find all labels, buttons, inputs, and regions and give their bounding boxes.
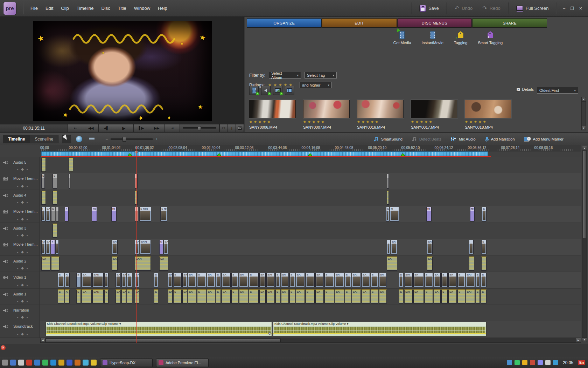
timeline-clip[interactable]: S	[371, 289, 378, 304]
timeline-clip[interactable]: SA	[207, 273, 215, 287]
timeline-clip[interactable]: SA	[222, 289, 231, 304]
quick-launch-icon-2[interactable]	[10, 360, 16, 366]
split-clip-button[interactable]: ✂	[219, 124, 227, 132]
timeline-clip[interactable]: SA	[315, 289, 324, 304]
notification-icon[interactable]: ✕	[1, 345, 6, 350]
hscroll-thumb[interactable]	[46, 339, 281, 342]
keyframe-nav[interactable]: ◂ ◆ ▸	[17, 217, 29, 221]
select-tag-dropdown[interactable]: Select Tag▾	[304, 72, 337, 79]
quick-launch-icon-11[interactable]	[83, 360, 89, 366]
timeline-clip[interactable]: SA	[448, 273, 457, 287]
undo-button[interactable]: ↶ Undo	[455, 5, 472, 12]
add-narration-button[interactable]: Add Narration	[485, 136, 515, 142]
scroll-right-icon[interactable]: ▶	[576, 338, 581, 342]
timeline-clip[interactable]: S	[127, 273, 132, 287]
timeline-clip[interactable]: re	[470, 207, 475, 222]
timeline-clip[interactable]: SA	[163, 240, 168, 254]
scroll-down-icon[interactable]: ▼	[582, 338, 587, 342]
timeline-clip[interactable]: S	[249, 273, 259, 287]
timeline-clip[interactable]: S kids	[139, 207, 151, 222]
timeline-clip[interactable]: S	[275, 289, 280, 304]
timeline-clip[interactable]: SA	[281, 273, 289, 287]
organizer-scrollbar[interactable]: ▲ ▼	[581, 97, 586, 130]
timeline-clip[interactable]: S	[371, 273, 378, 287]
keyframe-nav[interactable]: ◂ ◆ ▸	[17, 250, 29, 254]
playhead-line[interactable]	[136, 146, 136, 343]
timeline-clip[interactable]: SA	[335, 273, 344, 287]
timeline-clip[interactable]: S	[399, 289, 403, 304]
rewind-button[interactable]: ◀◀	[83, 124, 99, 132]
timeline-clip[interactable]: SA	[222, 273, 231, 287]
keyframe-nav[interactable]: ◂ ◆ ▸	[17, 283, 29, 287]
media-rating-stars[interactable]: ★★★★★	[303, 120, 350, 124]
timeline-clip[interactable]: SAI	[404, 273, 413, 287]
step-forward-button[interactable]: ▌▶	[134, 124, 149, 132]
timeline-clip[interactable]: SA	[387, 257, 397, 271]
timeline-clip[interactable]: SA	[281, 289, 289, 304]
timeline-vertical-scrollbar[interactable]: ▲ ▼	[582, 146, 587, 342]
tray-icon-1[interactable]	[507, 360, 512, 365]
timeline-clip[interactable]: S	[127, 289, 132, 304]
menu-disc[interactable]: Disc	[101, 6, 110, 11]
timeline-clip[interactable]: SA	[379, 273, 387, 287]
tray-icon-5[interactable]	[538, 360, 543, 365]
speaker-icon[interactable]	[3, 308, 8, 314]
timeline-clip[interactable]: SAI	[404, 289, 413, 304]
tray-icon-2[interactable]	[514, 360, 520, 365]
smart-tagging-button[interactable]: ✦Smart Tagging	[478, 30, 503, 49]
timeline-clip[interactable]: SA	[46, 240, 50, 254]
keyframe-nav[interactable]: ◂ ◆ ▸	[17, 315, 29, 319]
timeline-clip[interactable]: S	[476, 289, 480, 304]
timeline-clip[interactable]: SAI	[352, 273, 361, 287]
timeline-clip[interactable]: SA	[46, 207, 50, 222]
add-menu-marker-button[interactable]: Add Menu Marker	[524, 136, 564, 142]
menu-edit[interactable]: Edit	[46, 6, 53, 11]
timeline-clip[interactable]: S	[216, 289, 221, 304]
timeline-clip[interactable]: SA	[239, 273, 248, 287]
timeline-clip[interactable]: S	[306, 273, 315, 287]
scroll-left-icon[interactable]: ◀	[41, 338, 45, 342]
show-video-toggle[interactable]: ✓	[249, 86, 259, 95]
show-audio-toggle[interactable]: ✓	[261, 86, 271, 95]
soundtrack-clip[interactable]: Kids Channel Soundtrack.mp3 Volume:Clip …	[46, 322, 272, 336]
details-checkbox[interactable]: ✓ Details	[516, 87, 534, 91]
timeline-clip[interactable]: S	[275, 273, 280, 287]
timeline-clip[interactable]: SA	[296, 289, 305, 304]
timeline-clip[interactable]: S	[76, 273, 81, 287]
minimize-button[interactable]: –	[563, 6, 565, 11]
keyframe-nav[interactable]: ◂ ◆ ▸	[17, 332, 29, 336]
restore-button[interactable]: ❐	[570, 6, 574, 11]
timeline-clip[interactable]: SA	[168, 289, 173, 304]
sort-order-dropdown[interactable]: Oldest First▾	[537, 87, 578, 94]
timeline-clip[interactable]: k	[51, 240, 55, 254]
timeline-clip[interactable]: M	[41, 240, 45, 254]
keyframe-nav[interactable]: ◂ ◆ ▸	[17, 167, 29, 171]
tray-icon-6[interactable]	[545, 360, 551, 365]
timeline-clip[interactable]: r	[65, 207, 69, 222]
quick-launch-icon-3[interactable]	[18, 360, 24, 366]
timeline-clip[interactable]: S	[306, 289, 315, 304]
tab-share[interactable]: SHARE	[472, 18, 547, 28]
speaker-icon[interactable]	[3, 292, 8, 298]
timeline-clip[interactable]: S	[481, 273, 486, 287]
video-preview[interactable]: ★★★★★★★★	[33, 21, 212, 121]
current-timecode[interactable]: 00;01;35;11	[0, 124, 68, 132]
timeline-clip[interactable]: S	[324, 273, 334, 287]
menu-help[interactable]: Help	[158, 6, 167, 11]
shuttle-handle[interactable]	[198, 126, 201, 130]
menu-clip[interactable]: Clip	[61, 6, 69, 11]
quick-launch-icon-4[interactable]	[26, 360, 32, 366]
media-item[interactable]: ★★★★★SANY0018.MP4	[465, 100, 511, 129]
timeline-clip[interactable]: I	[135, 207, 138, 222]
timeline-horizontal-scrollbar[interactable]: ◀ ▶	[40, 338, 581, 343]
media-item[interactable]: ★★★★★SANY0006.MP4	[249, 100, 296, 129]
fade-handle[interactable]	[268, 332, 271, 335]
timeline-clip[interactable]: SA	[159, 257, 168, 271]
timeline-clip[interactable]: SAN	[92, 289, 104, 304]
timeline-clip[interactable]: SA	[259, 273, 266, 287]
go-to-previous-edit-button[interactable]: ⇤	[68, 124, 83, 132]
timeline-clip[interactable]: SA	[82, 289, 92, 304]
timeline-clip[interactable]: SA	[362, 289, 370, 304]
quick-launch-icon-10[interactable]	[75, 360, 80, 366]
vscroll-thumb[interactable]	[583, 151, 586, 238]
